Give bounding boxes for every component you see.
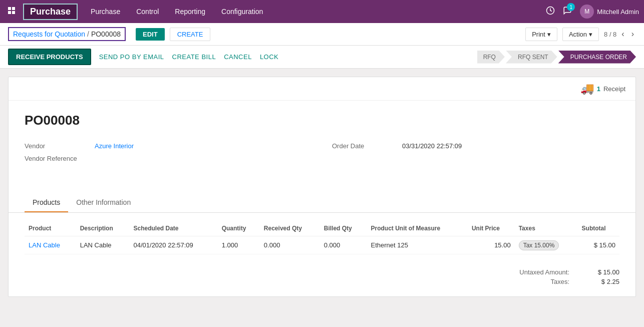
breadcrumb-parent[interactable]: Requests for Quotation [13,30,85,38]
svg-rect-2 [8,11,11,14]
col-product: Product [25,221,76,236]
page-toolbar: Requests for Quotation / PO00008 EDIT CR… [0,23,644,46]
untaxed-label: Untaxed Amount: [489,268,569,276]
receipt-label: Receipt [603,85,625,93]
menu-control[interactable]: Control [133,6,162,18]
cell-taxes: Tax 15.00% [515,236,578,254]
avatar: M [580,5,594,19]
col-description: Description [76,221,130,236]
products-table: Product Description Scheduled Date Quant… [25,221,619,254]
top-navigation: Purchase Purchase Control Reporting Conf… [0,0,644,23]
send-po-email-button[interactable]: SEND PO BY EMAIL [99,53,164,61]
col-quantity: Quantity [218,221,260,236]
cancel-button[interactable]: CANCEL [224,53,252,61]
pager-next-button[interactable]: › [629,29,636,40]
pager-prev-button[interactable]: ‹ [619,29,626,40]
top-right-icons: 1 M Mitchell Admin [546,5,639,19]
app-title[interactable]: Purchase [23,4,78,20]
create-bill-button[interactable]: CREATE BILL [172,53,216,61]
taxes-row: Taxes: $ 2.25 [489,278,619,285]
col-taxes: Taxes [515,221,578,236]
table-container: Product Description Scheduled Date Quant… [9,213,635,262]
main-menu: Purchase Control Reporting Configuration [88,6,546,18]
cell-received-qty: 0.000 [260,236,320,254]
cell-scheduled-date: 04/01/2020 22:57:09 [130,236,218,254]
action-chevron-icon: ▾ [589,31,592,38]
cell-product[interactable]: LAN Cable [25,236,76,254]
breadcrumb-current: PO00008 [91,30,121,38]
message-badge: 1 [567,3,575,11]
receipt-banner: 🚚 1 Receipt [9,77,635,101]
edit-button[interactable]: EDIT [136,28,165,41]
table-row: LAN Cable LAN Cable 04/01/2020 22:57:09 … [25,236,619,254]
col-unit-price: Unit Price [468,221,515,236]
untaxed-amount-row: Untaxed Amount: $ 15.00 [489,268,619,276]
cell-description: LAN Cable [76,236,130,254]
col-billed-qty: Billed Qty [320,221,367,236]
status-purchase-order[interactable]: PURCHASE ORDER [558,51,636,64]
breadcrumb-separator: / [87,30,89,38]
content-area: 🚚 1 Receipt PO00008 Vendor Azure Interio… [0,69,644,305]
taxes-value: $ 2.25 [579,278,619,285]
clock-icon[interactable] [546,6,555,17]
status-po-label: PURCHASE ORDER [570,54,627,61]
col-scheduled-date: Scheduled Date [130,221,218,236]
action-label: Action [569,31,587,38]
create-button[interactable]: CREATE [170,28,211,41]
print-label: Print [532,31,545,38]
status-rfq-sent[interactable]: RFQ SENT [506,51,557,64]
cell-subtotal: $ 15.00 [578,236,619,254]
order-date-label: Order Date [332,142,402,150]
vendor-ref-row: Vendor Reference [25,155,312,162]
form-fields: Vendor Azure Interior Vendor Reference O… [25,142,619,167]
taxes-label: Taxes: [489,278,569,285]
tab-other-information[interactable]: Other Information [68,193,139,212]
cell-quantity: 1.000 [218,236,260,254]
grid-menu-icon[interactable] [5,4,20,19]
breadcrumb: Requests for Quotation / PO00008 [8,27,126,41]
username: Mitchell Admin [597,8,639,16]
order-date-row: Order Date 03/31/2020 22:57:09 [332,142,619,150]
menu-purchase[interactable]: Purchase [88,6,123,18]
svg-rect-1 [12,7,15,10]
col-unit-of-measure: Product Unit of Measure [367,221,467,236]
menu-reporting[interactable]: Reporting [172,6,208,18]
vendor-group: Vendor Azure Interior Vendor Reference [25,142,312,167]
status-pipeline: RFQ RFQ SENT PURCHASE ORDER [477,51,636,64]
action-button[interactable]: Action ▾ [562,28,599,41]
user-menu[interactable]: M Mitchell Admin [580,5,639,19]
form-card: 🚚 1 Receipt PO00008 Vendor Azure Interio… [8,77,636,297]
lock-button[interactable]: LOCK [260,53,278,61]
po-number: PO00008 [25,113,619,128]
receive-products-button[interactable]: RECEIVE PRODUCTS [8,49,91,65]
order-date-value: 03/31/2020 22:57:09 [402,142,462,150]
cell-unit-price: 15.00 [468,236,515,254]
tab-products[interactable]: Products [25,193,68,212]
action-bar: RECEIVE PRODUCTS SEND PO BY EMAIL CREATE… [0,46,644,69]
vendor-ref-label: Vendor Reference [25,155,95,162]
pager-text: 8 / 8 [604,31,616,38]
receipt-count: 1 [597,85,600,93]
form-content: PO00008 Vendor Azure Interior Vendor Ref… [9,101,635,193]
vendor-label: Vendor [25,142,95,150]
totals-section: Untaxed Amount: $ 15.00 Taxes: $ 2.25 [9,262,635,291]
col-subtotal: Subtotal [578,221,619,236]
order-date-group: Order Date 03/31/2020 22:57:09 [332,142,619,167]
cell-billed-qty: 0.000 [320,236,367,254]
messages-icon[interactable]: 1 [563,6,572,17]
receipt-link[interactable]: 🚚 1 Receipt [580,82,625,95]
tabs: Products Other Information [9,193,635,213]
print-button[interactable]: Print ▾ [525,28,557,41]
table-header-row: Product Description Scheduled Date Quant… [25,221,619,236]
print-chevron-icon: ▾ [547,31,551,38]
status-rfq-label: RFQ [483,54,496,61]
svg-rect-3 [12,11,15,14]
status-rfq[interactable]: RFQ [477,51,505,64]
menu-configuration[interactable]: Configuration [218,6,266,18]
status-rfq-sent-label: RFQ SENT [518,54,548,61]
vendor-value[interactable]: Azure Interior [95,142,134,150]
vendor-row: Vendor Azure Interior [25,142,312,150]
untaxed-value: $ 15.00 [579,268,619,276]
pager: 8 / 8 ‹ › [604,29,636,40]
tax-badge[interactable]: Tax 15.00% [519,240,559,250]
